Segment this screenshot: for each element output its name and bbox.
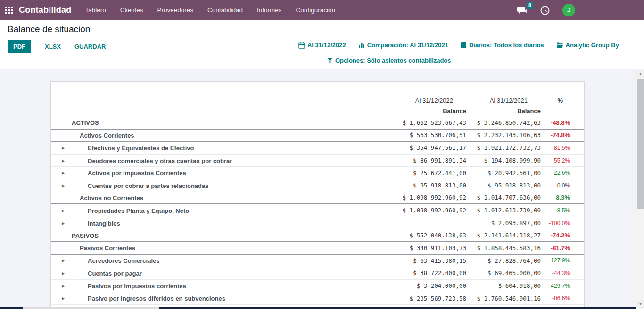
row-label: Activos Corrientes xyxy=(51,132,134,139)
row-balance-period1: $ 235.569.723,58 xyxy=(372,295,466,302)
apps-menu-button[interactable] xyxy=(0,0,18,20)
row-balance-period2: $ 1.014.707.636,00 xyxy=(466,194,541,201)
filter-comparison-label: Comparación: Al 31/12/2021 xyxy=(367,41,448,49)
table-row: ▶ Pasivos Corrientes $ 340.911.103,73 $ … xyxy=(51,242,584,255)
apps-grid-icon xyxy=(5,7,13,14)
row-balance-period2: $ 95.918.813,00 xyxy=(466,182,541,189)
row-balance-period2: $ 69.465.000,00 xyxy=(466,269,541,276)
menu-item-configuracion[interactable]: Configuración xyxy=(289,0,342,20)
table-row: ▶ ACTIVOS $ 1.662.523.667,43 $ 3.246.850… xyxy=(51,117,584,130)
row-balance-period1: $ 552.040.138,03 xyxy=(372,232,466,239)
row-balance-period2: $ 27.828.764,00 xyxy=(466,257,541,264)
row-percent: -48.8% xyxy=(541,119,570,126)
row-label[interactable]: Acreedores Comerciales xyxy=(51,257,159,264)
row-label[interactable]: Propiedades Planta y Equipo, Neto xyxy=(51,207,189,214)
row-percent: -86.6% xyxy=(541,295,570,301)
row-label[interactable]: Efectivos y Equivalentes de Efectivo xyxy=(51,145,194,152)
expand-caret-icon[interactable]: ▶ xyxy=(62,259,65,263)
row-label: ACTIVOS xyxy=(51,119,99,126)
table-row: ▶ Efectivos y Equivalentes de Efectivo $… xyxy=(51,142,584,154)
row-percent: -44.3% xyxy=(541,270,570,276)
pdf-button[interactable]: PDF xyxy=(8,40,31,53)
report-filters: Al 31/12/2022 Comparación: Al 31/12/2021… xyxy=(298,41,619,49)
table-row: ▶ Pasivo por ingresos diferidos en subve… xyxy=(51,292,584,305)
row-label[interactable]: Pasivos por impuestos corrientes xyxy=(51,283,186,290)
activities-button[interactable] xyxy=(540,5,550,16)
scroll-down-arrow[interactable]: ▼ xyxy=(636,300,644,308)
table-row: ▶ Activos no Corrientes $ 1.098.992.960,… xyxy=(51,192,584,205)
column-header-period2: Al 31/12/2021 xyxy=(466,97,541,104)
row-balance-period1: $ 563.530.706,51 xyxy=(372,131,466,138)
row-balance-period1: $ 3.204.000,00 xyxy=(372,282,466,289)
filter-analytic-label: Analytic Group By xyxy=(566,41,619,49)
expand-caret-icon[interactable]: ▶ xyxy=(62,271,65,275)
table-row: ▶ Activos Corrientes $ 563.530.706,51 $ … xyxy=(51,130,584,142)
user-avatar[interactable]: J xyxy=(562,4,575,16)
row-label[interactable]: Activos por Impuestos Corrientes xyxy=(51,170,186,177)
row-label[interactable]: Pasivo por ingresos diferidos en subvenc… xyxy=(51,295,225,302)
messages-button[interactable]: 8 xyxy=(516,5,528,16)
row-balance-period2: $ 3.246.850.742,63 xyxy=(466,119,541,126)
column-header-percent: % xyxy=(541,97,570,104)
row-balance-period2: $ 604.918,00 xyxy=(466,282,541,289)
row-percent: 8.5% xyxy=(541,207,570,214)
row-balance-period1: $ 1.098.992.960,92 xyxy=(372,207,466,214)
expand-caret-icon[interactable]: ▶ xyxy=(62,208,65,212)
filter-options-label: Opciones: Sólo asientos contabilizados xyxy=(335,57,451,64)
row-label[interactable]: Intangibles xyxy=(51,220,120,227)
filter-comparison[interactable]: Comparación: Al 31/12/2021 xyxy=(358,41,448,49)
row-percent: -100.0% xyxy=(541,220,570,227)
expand-caret-icon[interactable]: ▶ xyxy=(62,146,65,150)
expand-caret-icon[interactable]: ▶ xyxy=(62,171,65,175)
expand-caret-icon[interactable]: ▶ xyxy=(62,296,65,301)
row-balance-period1: $ 1.662.523.667,43 xyxy=(372,119,466,126)
row-balance-period1: $ 1.098.992.960,92 xyxy=(372,194,466,201)
row-percent: -74.8% xyxy=(541,131,570,138)
table-row: ▶ Propiedades Planta y Equipo, Neto $ 1.… xyxy=(51,204,584,217)
row-balance-period1: $ 354.947.561,17 xyxy=(372,144,466,151)
messages-count-badge: 8 xyxy=(527,2,533,9)
expand-caret-icon[interactable]: ▶ xyxy=(62,183,65,187)
table-body: ▶ ACTIVOS $ 1.662.523.667,43 $ 3.246.850… xyxy=(51,117,584,309)
filter-options-row: Opciones: Sólo asientos contabilizados xyxy=(327,57,451,65)
table-row: ▶ PASIVOS $ 552.040.138,03 $ 2.141.614.3… xyxy=(51,229,584,242)
report-buttons: PDF XLSX GUARDAR xyxy=(8,40,106,53)
menu-item-proveedores[interactable]: Proveedores xyxy=(150,0,200,20)
row-percent: -74.2% xyxy=(541,232,570,239)
table-row: ▶ Acreedores Comerciales $ 63.415.380,15… xyxy=(51,255,584,268)
row-balance-period2: $ 2.232.143.106,63 xyxy=(466,131,541,138)
page-title: Balance de situación xyxy=(8,24,90,34)
filter-journals[interactable]: Diarios: Todos los diarios xyxy=(461,41,544,49)
menu-item-tablero[interactable]: Tablero xyxy=(78,0,113,20)
filter-options[interactable]: Opciones: Sólo asientos contabilizados xyxy=(327,57,451,64)
app-brand[interactable]: Contabilidad xyxy=(18,5,78,15)
report-card: Al 31/12/2022 Al 31/12/2021 % Balance Ba… xyxy=(50,81,585,309)
vertical-scrollbar[interactable]: ▲ ▼ xyxy=(636,69,644,309)
table-row: ▶ Activos por Impuestos Corrientes $ 25.… xyxy=(51,167,584,179)
row-balance-period2: $ 1.858.445.583,16 xyxy=(466,244,541,252)
clock-icon xyxy=(540,5,550,16)
row-label[interactable]: Cuentas por cobrar a partes relacionadas xyxy=(51,182,208,189)
row-label[interactable]: Deudores comerciales y otras cuentas por… xyxy=(51,157,232,164)
bar-chart-icon xyxy=(358,42,365,48)
expand-caret-icon[interactable]: ▶ xyxy=(62,284,65,288)
filter-journals-label: Diarios: Todos los diarios xyxy=(469,41,544,49)
row-label: PASIVOS xyxy=(51,232,99,239)
scrollbar-thumb[interactable] xyxy=(637,79,644,209)
row-balance-period1: $ 95.918.813,00 xyxy=(372,182,466,189)
expand-caret-icon[interactable]: ▶ xyxy=(62,158,65,163)
filter-date[interactable]: Al 31/12/2022 xyxy=(298,41,346,49)
journal-icon xyxy=(461,42,467,49)
menu-item-contabilidad[interactable]: Contabilidad xyxy=(200,0,250,20)
row-percent: 127.9% xyxy=(541,257,570,264)
menu-item-informes[interactable]: Informes xyxy=(250,0,289,20)
expand-caret-icon[interactable]: ▶ xyxy=(62,221,65,225)
scroll-up-arrow[interactable]: ▲ xyxy=(636,70,644,78)
table-row: ▶ Deudores comerciales y otras cuentas p… xyxy=(51,154,584,167)
xlsx-button[interactable]: XLSX xyxy=(45,40,61,53)
menu-item-clientes[interactable]: Clientes xyxy=(113,0,150,20)
row-balance-period2: $ 2.093.897,00 xyxy=(466,220,541,227)
filter-analytic-group-by[interactable]: Analytic Group By xyxy=(556,41,619,49)
row-balance-period2: $ 20.942.561,00 xyxy=(466,170,541,177)
save-button[interactable]: GUARDAR xyxy=(74,40,106,53)
